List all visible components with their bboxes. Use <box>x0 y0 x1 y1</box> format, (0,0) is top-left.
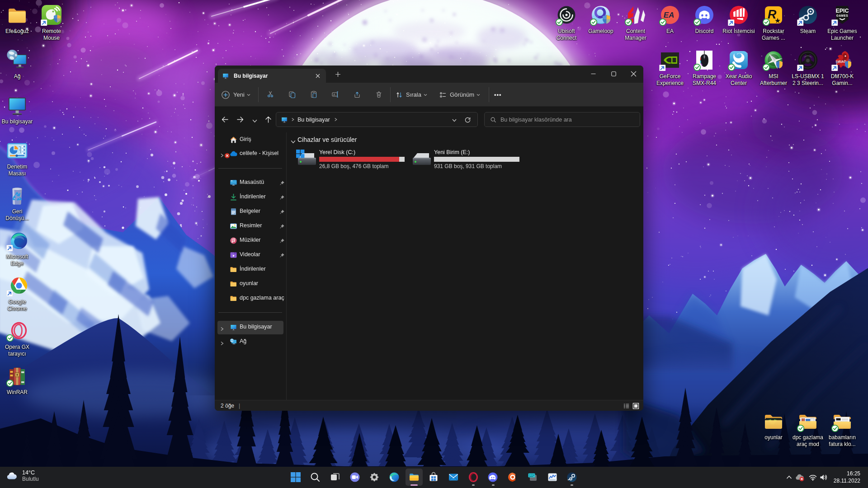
svg-text:★: ★ <box>774 17 781 24</box>
svg-text:EA: EA <box>664 11 675 19</box>
svg-text:A: A <box>333 93 335 96</box>
svg-text:EPIC: EPIC <box>835 8 849 14</box>
svg-text:GAMES: GAMES <box>836 14 849 17</box>
